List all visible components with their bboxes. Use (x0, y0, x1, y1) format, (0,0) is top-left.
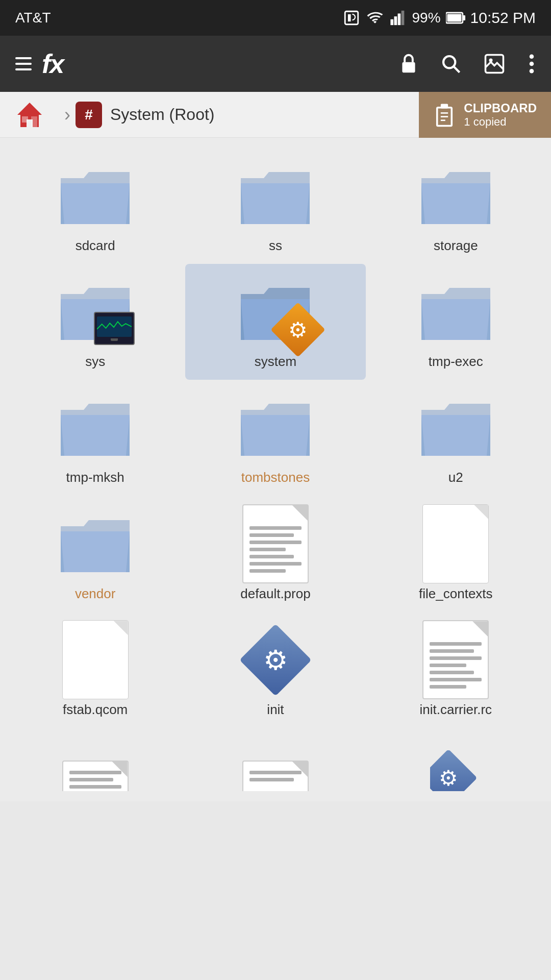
svg-rect-1 (390, 19, 393, 25)
folder-icon-sys (55, 276, 136, 348)
file-name-tmp-mksh: tmp-mksh (66, 470, 124, 485)
clipboard-text: CLIPBOARD 1 copied (464, 101, 537, 129)
file-item-u2[interactable]: u2 (366, 380, 546, 496)
file-item-default-prop[interactable]: default.prop (185, 496, 365, 612)
root-badge: # (76, 102, 102, 128)
file-name-vendor: vendor (75, 586, 116, 602)
status-icons: 99% 10:52 PM (343, 9, 536, 27)
file-name-sdcard: sdcard (76, 238, 115, 254)
file-name-ss: ss (269, 238, 282, 254)
image-icon[interactable] (484, 53, 505, 75)
app-logo-text: fx (42, 48, 63, 79)
file-name-tombstones: tombstones (241, 470, 310, 485)
svg-point-13 (530, 54, 534, 59)
lock-icon[interactable] (399, 53, 418, 75)
folder-icon-storage (415, 160, 496, 232)
file-grid: sdcard ss storage (0, 138, 551, 738)
folder-icon-sdcard (55, 160, 136, 232)
file-name-fstab-qcom: fstab.qcom (63, 702, 128, 718)
file-name-init-carrier-rc: init.carrier.rc (420, 702, 492, 718)
file-item-tombstones[interactable]: tombstones (185, 380, 365, 496)
svg-rect-18 (31, 116, 37, 127)
svg-point-15 (530, 69, 534, 74)
svg-rect-3 (397, 14, 400, 26)
file-name-init: init (267, 702, 284, 718)
file-name-sys: sys (85, 354, 105, 370)
svg-line-10 (454, 66, 460, 72)
menu-icon[interactable] (15, 57, 32, 70)
file-item-tmp-exec[interactable]: tmp-exec (366, 264, 546, 380)
file-item-ss[interactable]: ss (185, 148, 365, 264)
wifi-icon (365, 9, 385, 27)
svg-rect-8 (402, 62, 415, 72)
signal-icon (390, 9, 407, 27)
svg-point-9 (443, 56, 455, 68)
file-item-partial-3[interactable]: ⚙ (366, 738, 546, 801)
nfc-icon (343, 9, 360, 27)
partial-bottom-row: ⚙ (0, 738, 551, 801)
file-item-init-carrier-rc[interactable]: init.carrier.rc (366, 612, 546, 728)
file-item-tmp-mksh[interactable]: tmp-mksh (5, 380, 185, 496)
carrier-label: AT&T (15, 10, 51, 26)
toolbar-actions (399, 53, 536, 75)
more-icon[interactable] (528, 54, 536, 74)
folder-icon-tmp-exec (415, 276, 496, 348)
doc-icon-init-carrier (415, 624, 496, 696)
clipboard-icon (433, 102, 456, 128)
clipboard-badge[interactable]: CLIPBOARD 1 copied (419, 92, 551, 138)
doc-icon-default-prop (235, 508, 316, 580)
blank-icon-fstab (55, 624, 136, 696)
home-button[interactable] (0, 97, 59, 132)
blank-icon-file-contexts (415, 508, 496, 580)
file-item-file-contexts[interactable]: file_contexts (366, 496, 546, 612)
folder-icon-tmp-mksh (55, 392, 136, 463)
file-item-partial-2[interactable] (185, 738, 365, 801)
folder-icon-tombstones (235, 392, 316, 463)
folder-icon-system: ⚙ (235, 276, 316, 348)
file-item-fstab-qcom[interactable]: fstab.qcom (5, 612, 185, 728)
battery-label: 99% (412, 10, 441, 26)
breadcrumb-title: System (Root) (110, 105, 214, 124)
breadcrumb-chevron: › (64, 104, 70, 126)
svg-point-14 (530, 62, 534, 66)
breadcrumb-current[interactable]: # System (Root) (76, 102, 419, 128)
battery-icon (446, 11, 465, 25)
file-item-sys[interactable]: sys (5, 264, 185, 380)
folder-icon-ss (235, 160, 316, 232)
file-item-partial-1[interactable] (5, 738, 185, 801)
svg-rect-20 (441, 104, 448, 108)
file-name-u2: u2 (448, 470, 463, 485)
svg-rect-7 (447, 14, 461, 21)
file-item-sdcard[interactable]: sdcard (5, 148, 185, 264)
file-name-default-prop: default.prop (240, 586, 310, 602)
search-icon[interactable] (441, 54, 461, 74)
toolbar-logo[interactable]: fx (15, 48, 63, 79)
file-item-system[interactable]: ⚙ system (185, 264, 365, 380)
file-item-vendor[interactable]: vendor (5, 496, 185, 612)
svg-rect-6 (463, 15, 465, 20)
home-icon (12, 97, 47, 132)
time-label: 10:52 PM (470, 9, 536, 27)
file-name-tmp-exec: tmp-exec (429, 354, 483, 370)
file-name-system: system (255, 354, 296, 370)
svg-rect-17 (22, 116, 28, 122)
svg-rect-4 (401, 11, 404, 25)
toolbar: fx (0, 36, 551, 92)
file-name-file-contexts: file_contexts (419, 586, 493, 602)
svg-rect-0 (345, 11, 358, 24)
file-item-init[interactable]: ⚙ init (185, 612, 365, 728)
folder-icon-vendor (55, 508, 136, 580)
breadcrumb-bar: › # System (Root) CLIPBOARD 1 copied (0, 92, 551, 138)
svg-marker-16 (17, 103, 42, 127)
status-bar: AT&T 99% 10:52 PM (0, 0, 551, 36)
file-item-storage[interactable]: storage (366, 148, 546, 264)
file-name-storage: storage (434, 238, 478, 254)
svg-rect-2 (394, 16, 397, 25)
folder-icon-u2 (415, 392, 496, 463)
gear-icon-init: ⚙ (235, 624, 316, 696)
